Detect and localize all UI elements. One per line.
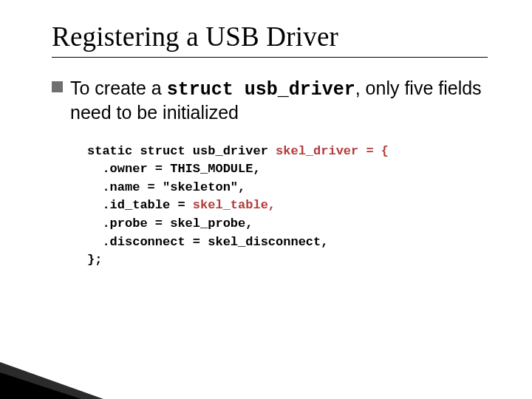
code-l0b: skel_driver = { (276, 144, 389, 158)
code-l3a: .id_table = (87, 198, 193, 212)
square-bullet-icon (52, 81, 63, 92)
bullet-row: To create a struct usb_driver, only five… (52, 77, 488, 125)
code-l3b: skel_table, (193, 198, 276, 212)
body-code: struct usb_driver (167, 79, 355, 100)
body-pre: To create a (70, 78, 167, 98)
code-l5: .disconnect = skel_disconnect, (87, 235, 328, 249)
code-l0a: static struct usb_driver (87, 144, 276, 158)
code-l4: .probe = skel_probe, (87, 216, 253, 231)
svg-marker-0 (0, 362, 103, 399)
code-l6: }; (87, 253, 102, 267)
title-underline (52, 57, 488, 58)
decorative-wedge-icon (0, 362, 103, 399)
svg-marker-1 (0, 372, 81, 399)
body-text: To create a struct usb_driver, only five… (70, 77, 488, 125)
slide-title: Registering a USB Driver (52, 21, 488, 52)
slide: Registering a USB Driver To create a str… (0, 0, 532, 399)
code-l1: .owner = THIS_MODULE, (87, 162, 261, 176)
code-l2: .name = "skeleton", (87, 180, 245, 194)
code-block: static struct usb_driver skel_driver = {… (87, 143, 488, 270)
